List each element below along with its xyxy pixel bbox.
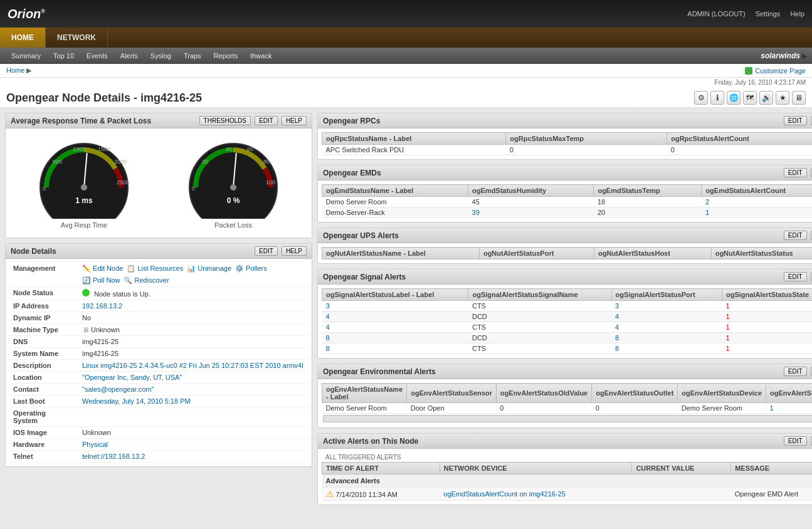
breadcrumb-home[interactable]: Home [6, 66, 24, 74]
contact-link[interactable]: "sales@opengear.com" [82, 385, 154, 393]
ups-table: ogNutAlertStatusName - Label ogNutAlertS… [322, 247, 812, 259]
warning-icon: ⚠ [326, 489, 334, 499]
avg-resp-edit-button[interactable]: EDIT [255, 116, 278, 125]
location-link[interactable]: "Opengear Inc, Sandy, UT, USA" [82, 374, 182, 381]
signal-state-link[interactable]: 1 [726, 302, 730, 310]
col-signal-port: ogSignalAlertStatusPort [611, 289, 722, 301]
svg-text:20: 20 [202, 159, 208, 165]
env-buttons: EDIT HELP [782, 367, 812, 376]
col-ups-port: ogNutAlertStatusPort [479, 248, 594, 259]
svg-text:1000: 1000 [73, 146, 85, 152]
signal-edit-button[interactable]: EDIT [784, 272, 807, 281]
signal-label-link[interactable]: 4 [326, 313, 330, 320]
col-env-outlet: ogEnvAlertStatusOutlet [592, 384, 678, 403]
top-bar: Orion® ADMIN (LOGOUT) Settings Help [0, 0, 812, 28]
table-row: OperatingSystem [9, 407, 308, 427]
right-column: Opengear RPCs EDIT HELP ogRpcStatusName … [317, 113, 812, 529]
globe-icon-btn[interactable]: 🌐 [727, 91, 741, 105]
env-table: ogEnvAlertStatusName - Label ogEnvAlertS… [322, 383, 812, 414]
sec-nav-thwack[interactable]: thwack [244, 52, 278, 60]
env-scroll-area[interactable]: ogEnvAlertStatusName - Label ogEnvAlertS… [322, 383, 812, 424]
unmanage-link[interactable]: 📊 Unmanage [187, 264, 231, 273]
env-edit-button[interactable]: EDIT [784, 367, 807, 376]
help-link[interactable]: Help [790, 10, 804, 18]
emd-humidity-link-2[interactable]: 39 [472, 209, 480, 216]
ups-header: Opengear UPS Alerts EDIT HELP [318, 228, 812, 243]
signal-state-link[interactable]: 1 [726, 323, 730, 331]
avg-resp-help-button[interactable]: HELP [282, 116, 307, 125]
gear-icon-btn[interactable]: ⚙ [694, 91, 708, 105]
env-panel: Opengear Environmental Alerts EDIT HELP … [317, 364, 812, 428]
svg-text:1 ms: 1 ms [75, 196, 93, 205]
hardware-link[interactable]: Physical [82, 441, 108, 448]
signal-state-link[interactable]: 1 [726, 334, 730, 342]
nav-tab-network[interactable]: NETWORK [46, 28, 108, 48]
list-resources-link[interactable]: 📋 List Resources [127, 264, 183, 273]
signal-label-link[interactable]: 3 [326, 302, 330, 310]
last-boot-link[interactable]: Wednesday, July 14, 2010 5:18 PM [82, 397, 191, 405]
col-signal-name: ogSignalAlertStatusSignalName [468, 289, 611, 301]
signal-state-link[interactable]: 1 [726, 313, 730, 320]
table-row: DNS img4216-25 [9, 336, 308, 348]
customize-page-btn[interactable]: Customize Page [745, 67, 806, 75]
sec-nav-alerts[interactable]: Alerts [114, 52, 144, 60]
map-icon-btn[interactable]: 🗺 [743, 91, 757, 105]
table-header-row: ogSignalAlertStatusLabel - Label ogSigna… [322, 289, 813, 301]
alert-device-link[interactable]: ogEmdStatusAlertCount on img4216-25 [443, 490, 565, 498]
info-icon-btn[interactable]: ℹ [710, 91, 724, 105]
table-header-row: ogEnvAlertStatusName - Label ogEnvAlertS… [322, 384, 813, 403]
star-icon-btn[interactable]: ★ [776, 91, 789, 105]
col-rpc-alertcount: ogRpcStatusAlertCount [667, 133, 812, 145]
sec-nav-summary[interactable]: Summary [5, 52, 47, 60]
signal-port-link[interactable]: 3 [615, 302, 619, 310]
description-link[interactable]: Linux img4216-25 2.4.34.5-uc0 #2 Fri Jun… [82, 362, 303, 369]
telnet-link[interactable]: telnet://192.168.13.2 [82, 453, 145, 460]
env-scrollbar[interactable] [323, 415, 812, 422]
sec-nav-syslog[interactable]: Syslog [144, 52, 177, 60]
svg-point-8 [81, 184, 87, 191]
rediscover-link[interactable]: 🔍 Rediscover [124, 276, 169, 285]
signal-port-link[interactable]: 8 [615, 345, 619, 352]
sec-nav-reports[interactable]: Reports [208, 52, 245, 60]
sound-icon-btn[interactable]: 🔊 [759, 91, 773, 105]
signal-label-link[interactable]: 8 [326, 334, 330, 342]
sec-nav-traps[interactable]: Traps [177, 52, 208, 60]
screen-icon-btn[interactable]: 🖥 [792, 91, 806, 105]
env-s-link[interactable]: 1 [770, 404, 774, 412]
rpcs-edit-button[interactable]: EDIT [784, 116, 807, 125]
edit-node-link[interactable]: ✏️ Edit Node [82, 264, 123, 273]
pollers-link[interactable]: ⚙️ Pollers [235, 264, 267, 273]
ip-address-link[interactable]: 192.168.13.2 [82, 302, 122, 310]
signal-buttons: EDIT HELP [782, 272, 812, 281]
table-row: 8 CTS 8 1 [322, 343, 813, 354]
avg-resp-panel-buttons: THRESHOLDS EDIT HELP [198, 116, 307, 125]
avg-resp-panel-body: 0 500 1000 1500 2000 2500 1 ms [6, 128, 312, 238]
signal-port-link[interactable]: 4 [615, 313, 619, 320]
signal-label-link[interactable]: 8 [326, 345, 330, 352]
sec-nav-events[interactable]: Events [80, 52, 114, 60]
signal-port-link[interactable]: 4 [615, 323, 619, 331]
node-details-edit-button[interactable]: EDIT [255, 246, 278, 256]
svg-text:0: 0 [192, 186, 195, 192]
table-row: Telnet telnet://192.168.13.2 [9, 451, 308, 463]
emd-alert-link-2[interactable]: 1 [705, 209, 709, 216]
node-details-help-button[interactable]: HELP [282, 246, 307, 256]
ups-edit-button[interactable]: EDIT [784, 231, 807, 240]
customize-icon [745, 67, 752, 75]
emds-edit-button[interactable]: EDIT [784, 168, 807, 177]
signal-state-link[interactable]: 1 [726, 345, 730, 352]
svg-text:2500: 2500 [117, 179, 129, 186]
emds-title: Opengear EMDs [323, 169, 381, 177]
signal-label-link[interactable]: 4 [326, 323, 330, 331]
poll-now-link[interactable]: 🔄 Poll Now [82, 276, 120, 285]
col-current-value: CURRENT VALUE [632, 463, 731, 474]
settings-link[interactable]: Settings [756, 10, 781, 18]
nav-tab-home[interactable]: HOME [0, 28, 46, 48]
alerts-edit-button[interactable]: EDIT [784, 436, 807, 446]
admin-logout-link[interactable]: ADMIN (LOGOUT) [687, 10, 745, 18]
signal-port-link[interactable]: 8 [615, 334, 619, 342]
sec-nav-top10[interactable]: Top 10 [47, 52, 80, 60]
emd-alert-link-1[interactable]: 2 [705, 198, 709, 206]
avg-resp-panel-title: Average Response Time & Packet Loss [11, 117, 151, 125]
thresholds-button[interactable]: THRESHOLDS [199, 116, 251, 125]
